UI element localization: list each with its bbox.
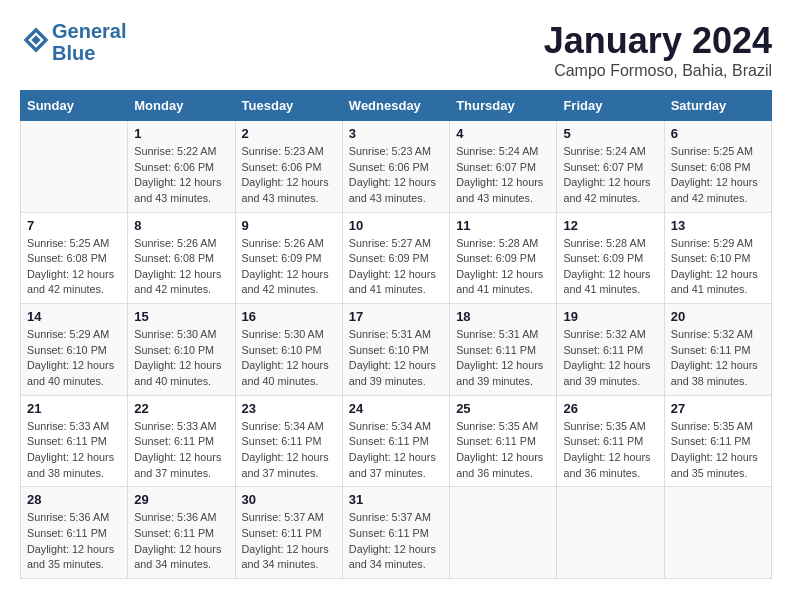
day-number: 1	[134, 126, 228, 141]
calendar-cell: 25Sunrise: 5:35 AM Sunset: 6:11 PM Dayli…	[450, 395, 557, 487]
calendar-cell: 20Sunrise: 5:32 AM Sunset: 6:11 PM Dayli…	[664, 304, 771, 396]
day-number: 11	[456, 218, 550, 233]
calendar-cell: 7Sunrise: 5:25 AM Sunset: 6:08 PM Daylig…	[21, 212, 128, 304]
day-number: 10	[349, 218, 443, 233]
calendar-cell	[450, 487, 557, 579]
calendar-cell: 5Sunrise: 5:24 AM Sunset: 6:07 PM Daylig…	[557, 121, 664, 213]
day-info: Sunrise: 5:24 AM Sunset: 6:07 PM Dayligh…	[563, 144, 657, 207]
calendar-cell: 1Sunrise: 5:22 AM Sunset: 6:06 PM Daylig…	[128, 121, 235, 213]
day-info: Sunrise: 5:26 AM Sunset: 6:09 PM Dayligh…	[242, 236, 336, 299]
calendar-cell: 8Sunrise: 5:26 AM Sunset: 6:08 PM Daylig…	[128, 212, 235, 304]
day-info: Sunrise: 5:31 AM Sunset: 6:10 PM Dayligh…	[349, 327, 443, 390]
day-number: 9	[242, 218, 336, 233]
day-info: Sunrise: 5:37 AM Sunset: 6:11 PM Dayligh…	[349, 510, 443, 573]
day-number: 27	[671, 401, 765, 416]
header-day-wednesday: Wednesday	[342, 91, 449, 121]
day-number: 25	[456, 401, 550, 416]
page-subtitle: Campo Formoso, Bahia, Brazil	[544, 62, 772, 80]
header-day-sunday: Sunday	[21, 91, 128, 121]
calendar-cell: 17Sunrise: 5:31 AM Sunset: 6:10 PM Dayli…	[342, 304, 449, 396]
day-info: Sunrise: 5:33 AM Sunset: 6:11 PM Dayligh…	[27, 419, 121, 482]
calendar-cell	[557, 487, 664, 579]
header-day-saturday: Saturday	[664, 91, 771, 121]
day-number: 12	[563, 218, 657, 233]
calendar-cell: 13Sunrise: 5:29 AM Sunset: 6:10 PM Dayli…	[664, 212, 771, 304]
logo-line2: Blue	[52, 42, 126, 64]
calendar-cell: 28Sunrise: 5:36 AM Sunset: 6:11 PM Dayli…	[21, 487, 128, 579]
day-info: Sunrise: 5:28 AM Sunset: 6:09 PM Dayligh…	[456, 236, 550, 299]
calendar-cell: 18Sunrise: 5:31 AM Sunset: 6:11 PM Dayli…	[450, 304, 557, 396]
calendar-cell: 10Sunrise: 5:27 AM Sunset: 6:09 PM Dayli…	[342, 212, 449, 304]
calendar-week-4: 21Sunrise: 5:33 AM Sunset: 6:11 PM Dayli…	[21, 395, 772, 487]
day-number: 24	[349, 401, 443, 416]
day-number: 20	[671, 309, 765, 324]
day-number: 23	[242, 401, 336, 416]
logo-line1: General	[52, 20, 126, 42]
day-info: Sunrise: 5:27 AM Sunset: 6:09 PM Dayligh…	[349, 236, 443, 299]
day-info: Sunrise: 5:23 AM Sunset: 6:06 PM Dayligh…	[242, 144, 336, 207]
calendar-cell: 29Sunrise: 5:36 AM Sunset: 6:11 PM Dayli…	[128, 487, 235, 579]
day-number: 18	[456, 309, 550, 324]
day-info: Sunrise: 5:35 AM Sunset: 6:11 PM Dayligh…	[456, 419, 550, 482]
page-title: January 2024	[544, 20, 772, 62]
day-info: Sunrise: 5:29 AM Sunset: 6:10 PM Dayligh…	[27, 327, 121, 390]
calendar-cell: 21Sunrise: 5:33 AM Sunset: 6:11 PM Dayli…	[21, 395, 128, 487]
calendar-cell: 16Sunrise: 5:30 AM Sunset: 6:10 PM Dayli…	[235, 304, 342, 396]
day-info: Sunrise: 5:30 AM Sunset: 6:10 PM Dayligh…	[134, 327, 228, 390]
calendar-cell: 22Sunrise: 5:33 AM Sunset: 6:11 PM Dayli…	[128, 395, 235, 487]
day-info: Sunrise: 5:24 AM Sunset: 6:07 PM Dayligh…	[456, 144, 550, 207]
day-number: 22	[134, 401, 228, 416]
calendar-cell: 23Sunrise: 5:34 AM Sunset: 6:11 PM Dayli…	[235, 395, 342, 487]
day-number: 14	[27, 309, 121, 324]
day-number: 16	[242, 309, 336, 324]
title-section: January 2024 Campo Formoso, Bahia, Brazi…	[544, 20, 772, 80]
calendar-cell: 14Sunrise: 5:29 AM Sunset: 6:10 PM Dayli…	[21, 304, 128, 396]
calendar-cell: 24Sunrise: 5:34 AM Sunset: 6:11 PM Dayli…	[342, 395, 449, 487]
calendar-cell: 3Sunrise: 5:23 AM Sunset: 6:06 PM Daylig…	[342, 121, 449, 213]
day-info: Sunrise: 5:28 AM Sunset: 6:09 PM Dayligh…	[563, 236, 657, 299]
calendar-cell: 15Sunrise: 5:30 AM Sunset: 6:10 PM Dayli…	[128, 304, 235, 396]
calendar-cell: 19Sunrise: 5:32 AM Sunset: 6:11 PM Dayli…	[557, 304, 664, 396]
header-day-monday: Monday	[128, 91, 235, 121]
day-info: Sunrise: 5:26 AM Sunset: 6:08 PM Dayligh…	[134, 236, 228, 299]
day-info: Sunrise: 5:23 AM Sunset: 6:06 PM Dayligh…	[349, 144, 443, 207]
calendar-cell: 12Sunrise: 5:28 AM Sunset: 6:09 PM Dayli…	[557, 212, 664, 304]
day-number: 5	[563, 126, 657, 141]
day-number: 6	[671, 126, 765, 141]
day-number: 29	[134, 492, 228, 507]
day-info: Sunrise: 5:36 AM Sunset: 6:11 PM Dayligh…	[27, 510, 121, 573]
calendar-cell: 11Sunrise: 5:28 AM Sunset: 6:09 PM Dayli…	[450, 212, 557, 304]
calendar-cell: 4Sunrise: 5:24 AM Sunset: 6:07 PM Daylig…	[450, 121, 557, 213]
page-header: General Blue January 2024 Campo Formoso,…	[20, 20, 772, 80]
header-day-thursday: Thursday	[450, 91, 557, 121]
day-number: 15	[134, 309, 228, 324]
day-number: 8	[134, 218, 228, 233]
day-number: 30	[242, 492, 336, 507]
header-day-friday: Friday	[557, 91, 664, 121]
calendar-week-5: 28Sunrise: 5:36 AM Sunset: 6:11 PM Dayli…	[21, 487, 772, 579]
logo: General Blue	[20, 20, 126, 64]
calendar-cell: 9Sunrise: 5:26 AM Sunset: 6:09 PM Daylig…	[235, 212, 342, 304]
day-info: Sunrise: 5:34 AM Sunset: 6:11 PM Dayligh…	[349, 419, 443, 482]
calendar-week-2: 7Sunrise: 5:25 AM Sunset: 6:08 PM Daylig…	[21, 212, 772, 304]
day-number: 17	[349, 309, 443, 324]
day-number: 13	[671, 218, 765, 233]
day-info: Sunrise: 5:33 AM Sunset: 6:11 PM Dayligh…	[134, 419, 228, 482]
calendar-table: SundayMondayTuesdayWednesdayThursdayFrid…	[20, 90, 772, 579]
day-number: 4	[456, 126, 550, 141]
day-info: Sunrise: 5:25 AM Sunset: 6:08 PM Dayligh…	[671, 144, 765, 207]
day-info: Sunrise: 5:36 AM Sunset: 6:11 PM Dayligh…	[134, 510, 228, 573]
calendar-cell: 31Sunrise: 5:37 AM Sunset: 6:11 PM Dayli…	[342, 487, 449, 579]
day-info: Sunrise: 5:31 AM Sunset: 6:11 PM Dayligh…	[456, 327, 550, 390]
day-number: 2	[242, 126, 336, 141]
day-number: 26	[563, 401, 657, 416]
logo-icon	[22, 26, 50, 54]
calendar-cell: 26Sunrise: 5:35 AM Sunset: 6:11 PM Dayli…	[557, 395, 664, 487]
day-info: Sunrise: 5:30 AM Sunset: 6:10 PM Dayligh…	[242, 327, 336, 390]
day-info: Sunrise: 5:22 AM Sunset: 6:06 PM Dayligh…	[134, 144, 228, 207]
day-info: Sunrise: 5:35 AM Sunset: 6:11 PM Dayligh…	[563, 419, 657, 482]
calendar-header-row: SundayMondayTuesdayWednesdayThursdayFrid…	[21, 91, 772, 121]
day-info: Sunrise: 5:34 AM Sunset: 6:11 PM Dayligh…	[242, 419, 336, 482]
day-info: Sunrise: 5:32 AM Sunset: 6:11 PM Dayligh…	[563, 327, 657, 390]
header-day-tuesday: Tuesday	[235, 91, 342, 121]
